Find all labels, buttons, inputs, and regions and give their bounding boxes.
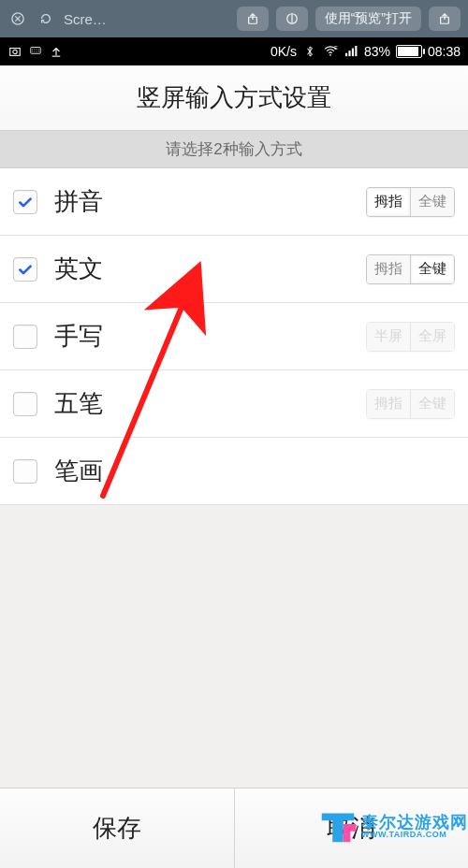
seg-option[interactable]: 全键 bbox=[410, 188, 454, 216]
list-item[interactable]: 手写 半屏 全屏 bbox=[0, 303, 468, 370]
open-with-preview-button[interactable]: 使用“预览”打开 bbox=[315, 7, 421, 31]
svg-rect-4 bbox=[10, 49, 21, 56]
input-method-list: 拼音 拇指 全键 英文 拇指 全键 手写 半屏 全屏 bbox=[0, 168, 468, 788]
input-method-label: 笔画 bbox=[54, 455, 455, 487]
svg-rect-11 bbox=[352, 49, 354, 57]
seg-option[interactable]: 拇指 bbox=[367, 255, 410, 283]
checkbox[interactable] bbox=[13, 190, 37, 214]
keyboard-layout-toggle[interactable]: 拇指 全键 bbox=[366, 187, 455, 217]
bottom-action-bar: 保存 取消 bbox=[0, 788, 468, 868]
phone-status-bar: 0K/s E 83% 08:38 bbox=[0, 37, 468, 65]
keyboard-layout-toggle[interactable]: 拇指 全键 bbox=[366, 254, 455, 284]
browser-chrome: Scre… 使用“预览”打开 bbox=[0, 0, 468, 37]
keyboard-layout-toggle: 拇指 全键 bbox=[366, 389, 455, 419]
input-method-label: 英文 bbox=[54, 253, 349, 285]
svg-rect-12 bbox=[355, 46, 357, 56]
checkbox[interactable] bbox=[13, 325, 37, 349]
net-speed-label: 0K/s bbox=[271, 44, 297, 59]
list-item[interactable]: 英文 拇指 全键 bbox=[0, 236, 468, 303]
save-button[interactable]: 保存 bbox=[0, 788, 234, 868]
seg-option[interactable]: 拇指 bbox=[367, 188, 410, 216]
signal-icon bbox=[344, 44, 358, 59]
input-method-label: 手写 bbox=[54, 320, 349, 353]
cancel-button[interactable]: 取消 bbox=[234, 788, 469, 868]
bluetooth-icon bbox=[302, 44, 317, 59]
input-method-label: 五笔 bbox=[54, 387, 349, 420]
clock-label: 08:38 bbox=[428, 44, 461, 59]
close-icon[interactable] bbox=[7, 8, 28, 29]
seg-option[interactable]: 全键 bbox=[410, 255, 454, 283]
upload-icon bbox=[49, 44, 64, 59]
app-frame: Scre… 使用“预览”打开 0K/s bbox=[0, 0, 468, 868]
share-button[interactable] bbox=[237, 7, 269, 31]
page-title: 竖屏输入方式设置 bbox=[0, 65, 468, 131]
svg-rect-6 bbox=[31, 48, 41, 54]
system-share-button[interactable] bbox=[429, 7, 461, 31]
browser-tab-title: Scre… bbox=[64, 11, 229, 27]
checkbox[interactable] bbox=[13, 392, 37, 416]
svg-point-7 bbox=[329, 54, 331, 56]
battery-icon bbox=[396, 45, 422, 58]
svg-point-5 bbox=[13, 50, 17, 53]
prompt-label: 请选择2种输入方式 bbox=[0, 131, 468, 168]
svg-rect-10 bbox=[348, 51, 350, 56]
reload-icon[interactable] bbox=[36, 8, 56, 29]
seg-option: 半屏 bbox=[367, 323, 410, 351]
checkbox[interactable] bbox=[13, 459, 37, 484]
checkbox[interactable] bbox=[13, 257, 37, 282]
notification-icon bbox=[7, 44, 22, 59]
svg-text:E: E bbox=[334, 46, 338, 51]
keyboard-icon bbox=[28, 44, 43, 59]
seg-option: 拇指 bbox=[367, 390, 410, 418]
list-item[interactable]: 拼音 拇指 全键 bbox=[0, 168, 468, 236]
list-item[interactable]: 五笔 拇指 全键 bbox=[0, 370, 468, 438]
svg-rect-9 bbox=[345, 53, 347, 56]
input-method-label: 拼音 bbox=[54, 185, 349, 218]
keyboard-layout-toggle: 半屏 全屏 bbox=[366, 322, 455, 352]
wifi-icon: E bbox=[323, 44, 338, 59]
reader-button[interactable] bbox=[276, 7, 308, 31]
seg-option: 全屏 bbox=[410, 323, 454, 351]
seg-option: 全键 bbox=[410, 390, 454, 418]
battery-percent-label: 83% bbox=[364, 44, 390, 59]
list-item[interactable]: 笔画 bbox=[0, 438, 468, 505]
